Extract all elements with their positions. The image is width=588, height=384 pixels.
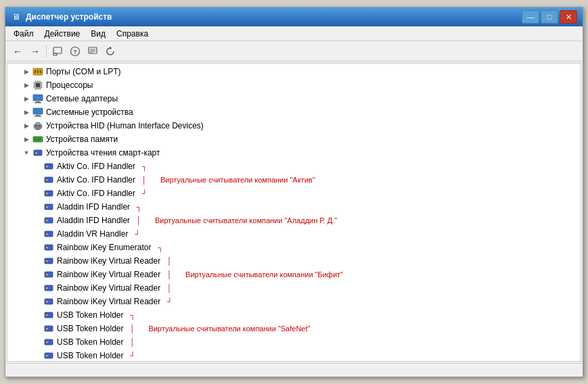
device-icon-aladdin2 bbox=[43, 214, 55, 226]
svg-rect-66 bbox=[46, 314, 48, 316]
help-button[interactable]: ? bbox=[67, 43, 83, 59]
token3-label: USB Token Holder bbox=[57, 337, 124, 347]
tree-item-ports[interactable]: ▶ Порты (COM и LPT) bbox=[7, 65, 581, 78]
properties-button[interactable] bbox=[85, 43, 101, 59]
device-icon-rainbow3 bbox=[43, 268, 55, 281]
tree-item-token3[interactable]: USB Token Holder │ bbox=[7, 335, 581, 349]
svg-rect-43 bbox=[45, 164, 53, 169]
tree-item-aktiv1[interactable]: Aktiv Co. IFD Handler ┐ bbox=[7, 160, 581, 173]
tree-item-network[interactable]: ▶ Сетевые адаптеры bbox=[7, 92, 581, 105]
svg-rect-56 bbox=[46, 247, 48, 249]
svg-rect-45 bbox=[45, 177, 53, 183]
up-button[interactable] bbox=[49, 43, 66, 59]
tree-item-smartcard[interactable]: ▼ Устройства чтения смарт-карт bbox=[7, 146, 581, 160]
tree-item-rainbow1[interactable]: Rainbow iKey Enumerator ┐ bbox=[7, 241, 581, 254]
svg-rect-44 bbox=[46, 166, 48, 168]
back-button[interactable]: ← bbox=[9, 43, 26, 59]
status-bar bbox=[5, 363, 583, 377]
aktiv1-label: Aktiv Co. IFD Handler bbox=[57, 162, 135, 171]
svg-rect-67 bbox=[45, 326, 53, 331]
cpu-icon bbox=[32, 79, 44, 91]
svg-rect-0 bbox=[53, 47, 62, 53]
expander-network[interactable]: ▶ bbox=[21, 93, 32, 104]
close-button[interactable]: ✕ bbox=[560, 10, 577, 24]
hid-icon bbox=[32, 120, 44, 132]
tree-item-aktiv2[interactable]: Aktiv Co. IFD Handler │ Виртуальные счит… bbox=[7, 173, 581, 187]
device-icon-token2 bbox=[43, 322, 55, 335]
expander-smartcard[interactable]: ▼ bbox=[21, 147, 32, 158]
menu-help[interactable]: Справка bbox=[111, 28, 154, 40]
aladdin3-label: Aladdin VR Handler bbox=[57, 229, 128, 239]
svg-rect-46 bbox=[46, 179, 48, 181]
svg-rect-55 bbox=[45, 245, 53, 250]
svg-rect-13 bbox=[36, 83, 40, 87]
svg-rect-42 bbox=[35, 152, 37, 154]
tree-item-aladdin1[interactable]: Aladdin IFD Handler ┐ bbox=[7, 200, 581, 214]
tree-item-hid[interactable]: ▶ Устройства HID (Human Interface Device… bbox=[7, 119, 581, 133]
svg-rect-49 bbox=[45, 204, 53, 210]
tree-item-rainbow4[interactable]: Rainbow iKey Virtual Reader │ bbox=[7, 281, 581, 295]
tree-item-token2[interactable]: USB Token Holder │ Виртуальные считывате… bbox=[7, 322, 581, 335]
menu-view[interactable]: Вид bbox=[85, 28, 111, 40]
tree-item-aktiv3[interactable]: Aktiv Co. IFD Handler ┘ bbox=[7, 187, 581, 200]
refresh-button[interactable] bbox=[102, 43, 118, 59]
expander-ports[interactable]: ▶ bbox=[21, 66, 32, 77]
window-icon: 🖥 bbox=[11, 11, 22, 22]
menu-action[interactable]: Действие bbox=[39, 28, 86, 40]
svg-rect-31 bbox=[35, 116, 41, 117]
tree-item-aladdin3[interactable]: Aladdin VR Handler ┘ bbox=[7, 227, 581, 241]
tree-item-aladdin2[interactable]: Aladdin IFD Handler │ Виртуальные считыв… bbox=[7, 214, 581, 227]
tree-item-system[interactable]: ▶ Системные устройства bbox=[7, 105, 581, 119]
tree-item-rainbow2[interactable]: Rainbow iKey Virtual Reader │ bbox=[7, 254, 581, 268]
rainbow4-label: Rainbow iKey Virtual Reader bbox=[57, 283, 160, 293]
expander-cpu[interactable]: ▶ bbox=[21, 80, 32, 91]
svg-rect-72 bbox=[46, 355, 48, 357]
svg-text:?: ? bbox=[73, 49, 77, 55]
svg-rect-69 bbox=[45, 339, 53, 345]
expander-hid[interactable]: ▶ bbox=[21, 120, 32, 131]
svg-rect-40 bbox=[40, 138, 41, 141]
svg-point-34 bbox=[36, 125, 37, 126]
svg-point-35 bbox=[39, 125, 40, 126]
smartcard-children: Aktiv Co. IFD Handler ┐ Aktiv Co. IFD Ha… bbox=[7, 160, 581, 361]
tree-item-token4[interactable]: USB Token Holder ┘ bbox=[7, 349, 581, 361]
device-icon-rainbow5 bbox=[43, 295, 55, 308]
device-tree[interactable]: ▶ Порты (COM и LPT) ▶ Процессоры ▶ bbox=[7, 64, 581, 361]
svg-rect-70 bbox=[46, 341, 48, 343]
toolbar-separator-1 bbox=[46, 45, 47, 57]
svg-rect-57 bbox=[45, 258, 53, 264]
svg-rect-62 bbox=[46, 287, 48, 289]
maximize-button[interactable]: □ bbox=[541, 10, 558, 24]
device-icon-aktiv3 bbox=[43, 187, 55, 199]
minimize-button[interactable]: — bbox=[522, 10, 539, 24]
svg-rect-63 bbox=[45, 299, 53, 304]
expander-memory[interactable]: ▶ bbox=[21, 134, 32, 145]
tree-item-rainbow5[interactable]: Rainbow iKey Virtual Reader ┘ bbox=[7, 295, 581, 308]
svg-rect-60 bbox=[46, 274, 48, 276]
smartcard-label: Устройства чтения смарт-карт bbox=[46, 148, 160, 158]
toolbar: ← → ? bbox=[5, 41, 583, 62]
token1-label: USB Token Holder bbox=[57, 310, 124, 320]
token4-label: USB Token Holder bbox=[57, 351, 124, 360]
rainbow3-label: Rainbow iKey Virtual Reader bbox=[57, 270, 160, 279]
device-icon-aktiv1 bbox=[43, 160, 55, 172]
expander-system[interactable]: ▶ bbox=[21, 107, 32, 118]
tree-item-token1[interactable]: USB Token Holder ┐ bbox=[7, 308, 581, 322]
menu-file[interactable]: Файл bbox=[8, 28, 39, 40]
svg-rect-29 bbox=[33, 108, 43, 114]
aladdin2-label: Aladdin IFD Handler bbox=[57, 216, 130, 225]
tree-item-rainbow3[interactable]: Rainbow iKey Virtual Reader │ Виртуальны… bbox=[7, 268, 581, 281]
ports-label: Порты (COM и LPT) bbox=[46, 67, 121, 76]
device-icon-rainbow1 bbox=[43, 241, 55, 254]
svg-rect-71 bbox=[45, 353, 53, 358]
device-icon-token4 bbox=[43, 350, 55, 361]
tree-item-cpu[interactable]: ▶ Процессоры bbox=[7, 78, 581, 92]
smartcard-icon bbox=[32, 147, 44, 159]
forward-button[interactable]: → bbox=[27, 43, 43, 59]
device-icon-token1 bbox=[43, 309, 55, 321]
svg-rect-33 bbox=[36, 122, 40, 125]
svg-rect-59 bbox=[45, 272, 53, 277]
tree-item-memory[interactable]: ▶ Устройства памяти bbox=[7, 133, 581, 146]
network-label: Сетевые адаптеры bbox=[46, 94, 118, 103]
svg-rect-28 bbox=[35, 102, 41, 103]
